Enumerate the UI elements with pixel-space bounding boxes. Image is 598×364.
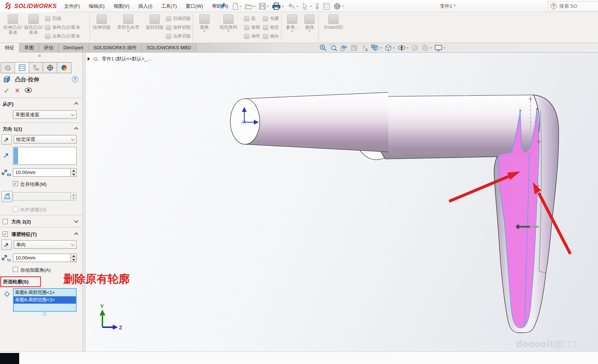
depth-spinner-buttons[interactable] — [70, 169, 76, 176]
direction1-reverse-button[interactable] — [1, 134, 12, 145]
panel-collapse-handle[interactable] — [38, 54, 41, 57]
depth-input[interactable]: 10.00mm — [13, 168, 77, 177]
menu-edit[interactable]: 编辑(E) — [84, 0, 109, 12]
menu-file[interactable]: 文件(F) — [60, 0, 84, 12]
menu-insert[interactable]: 插入(I) — [134, 0, 157, 12]
lofted-boss-button[interactable]: 放样凸台/基体 — [45, 24, 80, 31]
pm-ok-button[interactable]: ✓ — [4, 86, 10, 95]
tab-sw-addins[interactable]: SOLIDWORKS 插件 — [88, 43, 142, 53]
instant3d-button[interactable]: Instant3D — [321, 14, 346, 30]
thin-feature-checkbox[interactable]: ✓ — [3, 232, 8, 237]
save-button[interactable] — [258, 2, 270, 11]
hole-wizard-button[interactable]: 异型孔向导 — [112, 14, 144, 32]
undo-button[interactable] — [286, 2, 299, 11]
thickness-spinner-buttons[interactable] — [70, 254, 76, 262]
direction1-collapse-icon[interactable] — [74, 127, 78, 131]
tab-evaluate[interactable]: 评估 — [39, 43, 59, 53]
hole-wizard-dropdown-arrow[interactable] — [127, 31, 129, 32]
boundary-cut-button[interactable]: 边界切除 — [166, 32, 191, 40]
configuration-manager-tab[interactable] — [29, 63, 43, 73]
from-condition-select[interactable]: 草图基准面 — [13, 110, 77, 119]
menu-tools[interactable]: 工具(T) — [157, 0, 182, 12]
zoom-area-icon[interactable] — [329, 44, 338, 52]
model-small-cylinder[interactable] — [245, 92, 388, 152]
wrap-button[interactable]: 包覆 — [263, 15, 279, 22]
previous-view-icon[interactable] — [340, 44, 348, 52]
property-manager-tab[interactable] — [15, 63, 29, 73]
shell-button[interactable]: 抽壳 — [244, 32, 260, 40]
search-box[interactable]: ? 搜索 SO — [548, 1, 598, 11]
feature-tree-tab[interactable] — [1, 63, 15, 73]
display-style-icon[interactable] — [384, 44, 395, 52]
swept-boss-button[interactable]: 扫描 — [45, 15, 80, 22]
intersect-button[interactable]: 相交 — [263, 24, 279, 31]
annotation-view-icon[interactable]: A — [360, 44, 368, 52]
curves-dropdown-arrow[interactable] — [308, 31, 311, 32]
list-resize-handle[interactable] — [43, 312, 46, 315]
selection-filter-icon[interactable] — [314, 1, 321, 11]
draft-onoff-button[interactable] — [1, 191, 13, 202]
graphics-viewport[interactable]: 零件1 (默认<<默认>_... — [85, 53, 598, 351]
menu-view[interactable]: 视图(V) — [109, 0, 134, 12]
reference-dropdown-arrow[interactable] — [291, 31, 293, 32]
tab-sketch[interactable]: 草图 — [20, 43, 39, 53]
tab-dimxpert[interactable]: DimXpert — [59, 43, 88, 53]
tab-sw-mbd[interactable]: SOLIDWORKS MBD — [142, 43, 196, 53]
extrude-boss-button[interactable]: 拉伸凸台/基体 — [3, 14, 23, 35]
tab-features[interactable]: 特征 — [0, 43, 20, 53]
apply-scene-icon[interactable] — [421, 44, 432, 52]
thickness-input[interactable]: 10.00mm — [13, 254, 77, 262]
direction2-section-label[interactable]: 方向 2(2) — [11, 219, 31, 225]
thin-type-select[interactable]: 单向 — [14, 240, 77, 249]
print-button[interactable] — [271, 1, 284, 11]
linear-pattern-dropdown-arrow[interactable] — [227, 31, 230, 32]
pm-help-icon[interactable]: ? — [72, 76, 78, 82]
options-list-icon[interactable] — [322, 2, 331, 11]
menu-window[interactable]: 窗口(W) — [181, 0, 207, 12]
edit-appearance-icon[interactable] — [411, 44, 419, 52]
boundary-boss-button[interactable]: 边界凸台/基体 — [45, 32, 80, 40]
contour-item-selected[interactable]: 草图6-局部范围<2> — [14, 296, 76, 304]
extruded-cut-button[interactable]: 拉伸切除 — [92, 14, 111, 30]
pm-preview-eye-icon[interactable] — [24, 87, 32, 94]
curves-button[interactable]: 曲线 — [302, 14, 317, 32]
revolved-cut-button[interactable]: 旋转切除 — [145, 14, 164, 30]
selected-contours-label[interactable]: 所选轮廓(S) — [3, 279, 28, 285]
auto-fillet-label[interactable]: 自动加圆角(A) — [20, 267, 50, 273]
view-orientation-icon[interactable] — [371, 44, 382, 52]
thin-feature-collapse-icon[interactable] — [74, 232, 78, 236]
draft-button[interactable]: 拔模 — [244, 24, 260, 31]
direction1-section-label[interactable]: 方向 1(1) — [3, 126, 22, 132]
view-settings-icon[interactable] — [434, 44, 445, 52]
direction1-reference-box[interactable] — [13, 147, 77, 165]
select-cursor-button[interactable] — [301, 2, 312, 11]
merge-result-label[interactable]: 合并结果(M) — [20, 181, 47, 188]
rib-button[interactable]: 筋 — [244, 15, 260, 22]
open-document-button[interactable] — [244, 2, 256, 11]
zoom-fit-icon[interactable] — [319, 44, 327, 52]
revolve-boss-button[interactable]: 旋转凸台/基体 — [24, 14, 43, 35]
pin-menu-icon[interactable] — [220, 2, 226, 11]
direction2-expand-icon[interactable] — [74, 219, 78, 223]
from-section-label[interactable]: 从(F) — [3, 101, 14, 107]
model-3d-view[interactable] — [85, 53, 598, 351]
selected-contours-list[interactable]: 草图6-局部范围<1> 草图6-局部范围<2> — [13, 288, 77, 312]
search-input[interactable]: 搜索 SO — [559, 3, 577, 10]
thin-reverse-button[interactable] — [1, 240, 12, 250]
display-manager-tab[interactable] — [57, 63, 71, 73]
contour-item[interactable]: 草图6-局部范围<1> — [14, 289, 76, 296]
reference-geometry-button[interactable]: 参考... — [284, 14, 301, 32]
options-gear-button[interactable] — [332, 1, 345, 11]
fillet-dropdown-arrow[interactable] — [203, 31, 206, 32]
hide-show-items-icon[interactable] — [397, 44, 409, 52]
section-view-icon[interactable] — [350, 44, 358, 52]
dimxpert-manager-tab[interactable] — [43, 63, 57, 73]
linear-pattern-button[interactable]: 线性阵列 — [215, 14, 242, 32]
merge-result-checkbox[interactable]: ✓ — [13, 181, 18, 186]
lofted-cut-button[interactable]: 放样切割 — [166, 24, 191, 31]
help-icon[interactable]: ? — [550, 3, 557, 9]
pm-cancel-button[interactable]: ✕ — [15, 87, 20, 95]
end-condition-select[interactable]: 给定深度 — [14, 135, 77, 144]
thin-feature-section-label[interactable]: 薄壁特征(T) — [11, 231, 37, 238]
from-collapse-icon[interactable] — [74, 102, 78, 106]
